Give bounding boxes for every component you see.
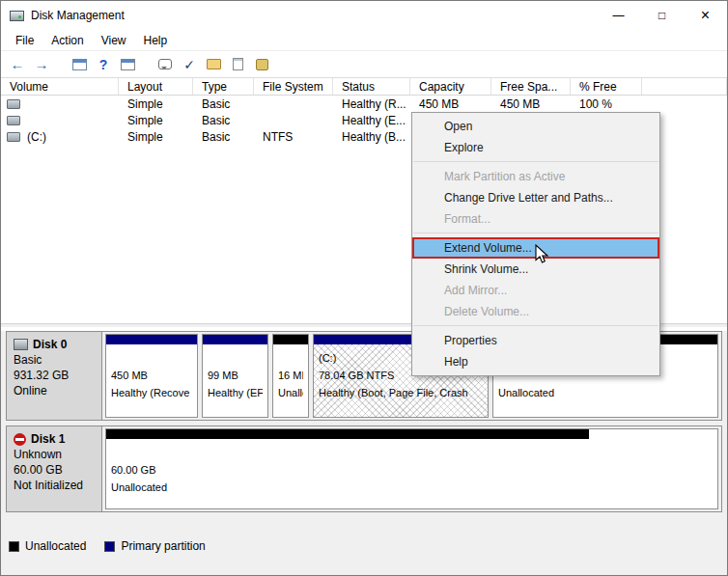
legend: Unallocated Primary partition — [1, 535, 224, 558]
window-title: Disk Management — [31, 9, 125, 22]
disk-0-label[interactable]: Disk 0 Basic 931.32 GB Online — [7, 332, 102, 420]
window-controls: — □ × — [597, 1, 727, 30]
cell-free-space: 450 MB — [491, 96, 571, 112]
unallocated-swatch — [9, 541, 19, 552]
forward-icon[interactable]: → — [30, 53, 53, 76]
primary-partition-swatch — [104, 541, 115, 552]
partition-size: 99 MB — [208, 367, 263, 384]
primary-partition-bar — [106, 335, 197, 344]
menu-item-format: Format... — [412, 208, 659, 230]
disk-size: 60.00 GB — [14, 462, 95, 478]
column-header-type[interactable]: Type — [193, 78, 254, 95]
disk-error-icon — [14, 433, 26, 446]
volume-icon — [7, 99, 20, 109]
column-header-free-space[interactable]: Free Spa... — [491, 78, 571, 95]
column-header-layout[interactable]: Layout — [119, 78, 193, 95]
legend-label: Unallocated — [25, 539, 86, 553]
column-header-status[interactable]: Status — [333, 78, 410, 95]
close-button[interactable]: × — [684, 1, 727, 30]
cell-file-system — [254, 112, 333, 128]
page-icon[interactable] — [226, 53, 249, 76]
partition-label — [208, 349, 263, 367]
table-icon[interactable] — [116, 53, 139, 76]
folder-icon[interactable] — [202, 53, 225, 76]
cell-type: Basic — [193, 112, 254, 128]
cell-status: Healthy (B... — [333, 128, 410, 145]
window-icon[interactable] — [68, 53, 91, 76]
menu-separator — [413, 233, 658, 233]
disk-name: Disk 1 — [31, 431, 65, 447]
menu-view[interactable]: View — [93, 30, 135, 50]
help-icon[interactable]: ? — [92, 53, 115, 76]
volume-icon — [7, 132, 20, 142]
volume-row-recovery[interactable]: Simple Basic Healthy (R... 450 MB 450 MB… — [1, 96, 727, 112]
disk-status: Online — [14, 383, 95, 398]
disk-management-window: Disk Management — □ × File Action View H… — [0, 0, 728, 576]
legend-label: Primary partition — [121, 539, 205, 553]
cell-type: Basic — [193, 128, 254, 145]
minimize-button[interactable]: — — [597, 1, 640, 30]
column-header-filler — [642, 78, 727, 95]
column-header-pct-free[interactable]: % Free — [571, 78, 642, 95]
menu-item-open[interactable]: Open — [412, 116, 659, 137]
unallocated-bar — [106, 429, 717, 439]
menu-item-explore[interactable]: Explore — [412, 137, 659, 158]
menu-action[interactable]: Action — [42, 30, 92, 50]
disk-status: Not Initialized — [14, 478, 95, 493]
partition-size: 450 MB — [111, 367, 192, 384]
toolbar: ← → ? ✓ — [1, 51, 727, 78]
cell-layout: Simple — [119, 112, 193, 128]
partition-efi[interactable]: 99 MB Healthy (EF — [202, 334, 268, 418]
list-header: Volume Layout Type File System Status Ca… — [1, 78, 727, 96]
partition-status: Unallo — [278, 384, 303, 401]
partition-status: Healthy (Recove — [111, 384, 192, 401]
menu-item-add-mirror: Add Mirror... — [412, 280, 659, 301]
partition-recovery[interactable]: 450 MB Healthy (Recove — [105, 334, 198, 418]
disk-type: Basic — [14, 352, 95, 368]
cell-layout: Simple — [119, 96, 193, 112]
menu-item-help[interactable]: Help — [412, 351, 659, 372]
column-header-volume[interactable]: Volume — [1, 78, 119, 95]
menu-item-change-drive-letter[interactable]: Change Drive Letter and Paths... — [412, 187, 659, 208]
menu-file[interactable]: File — [7, 30, 42, 50]
partition-disk1-unallocated[interactable]: 60.00 GB Unallocated — [105, 428, 718, 509]
partition-size: 60.00 GB — [111, 461, 713, 479]
menu-item-mark-partition-active: Mark Partition as Active — [412, 166, 659, 187]
database-icon[interactable] — [250, 53, 273, 76]
back-icon[interactable]: ← — [6, 53, 29, 76]
cell-file-system — [254, 96, 333, 112]
disk-1-partitions: 60.00 GB Unallocated — [102, 426, 721, 511]
legend-primary-partition: Primary partition — [104, 539, 205, 553]
title-bar: Disk Management — □ × — [1, 1, 727, 30]
menu-separator — [413, 325, 658, 326]
check-icon[interactable]: ✓ — [178, 53, 201, 76]
partition-16mb-unallocated[interactable]: 16 MB Unallo — [272, 334, 309, 418]
partition-status: Unallocated — [111, 479, 713, 496]
unallocated-bar — [273, 335, 308, 344]
disk-1-row: Disk 1 Unknown 60.00 GB Not Initialized … — [6, 425, 722, 512]
partition-label — [111, 444, 713, 461]
disk-icon — [14, 339, 28, 350]
disk-type: Unknown — [14, 447, 95, 462]
column-header-capacity[interactable]: Capacity — [410, 78, 491, 95]
volume-icon — [7, 116, 20, 125]
cell-file-system: NTFS — [254, 128, 333, 145]
speech-bubble-icon[interactable] — [154, 53, 177, 76]
primary-partition-bar — [203, 335, 267, 344]
partition-status: Healthy (Boot, Page File, Crash — [319, 384, 483, 401]
menu-bar: File Action View Help — [1, 30, 727, 51]
menu-separator — [413, 161, 658, 162]
partition-label — [278, 349, 303, 367]
app-icon — [10, 11, 24, 21]
maximize-button[interactable]: □ — [640, 1, 684, 30]
cell-layout: Simple — [119, 128, 193, 145]
volume-name: (C:) — [27, 130, 46, 144]
partition-status: Unallocated — [498, 384, 713, 401]
partition-size: 16 MB — [278, 367, 303, 384]
cell-pct-free: 100 % — [571, 96, 642, 112]
column-header-file-system[interactable]: File System — [254, 78, 333, 95]
disk-1-label[interactable]: Disk 1 Unknown 60.00 GB Not Initialized — [7, 426, 102, 511]
disk-name: Disk 0 — [33, 337, 67, 352]
menu-item-properties[interactable]: Properties — [412, 330, 659, 351]
menu-help[interactable]: Help — [135, 30, 177, 50]
